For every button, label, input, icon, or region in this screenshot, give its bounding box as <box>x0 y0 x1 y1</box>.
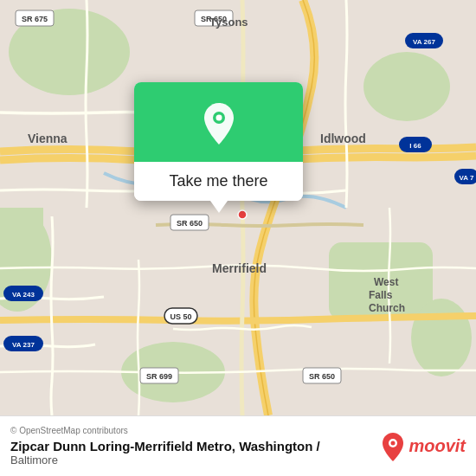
take-me-there-button[interactable]: Take me there <box>134 162 303 201</box>
svg-text:VA 7: VA 7 <box>460 174 474 182</box>
moovit-pin-icon <box>381 432 405 461</box>
svg-text:US 50: US 50 <box>170 312 191 321</box>
popup-green-header <box>134 82 303 162</box>
location-name: Zipcar Dunn Loring-Merrifield Metro, Was… <box>10 439 320 453</box>
svg-text:SR 699: SR 699 <box>146 372 172 381</box>
svg-point-39 <box>215 115 222 121</box>
location-pin-icon <box>200 101 238 146</box>
map-container: SR 675 SR 650 VA 267 I 66 VA 7 SR 650 VA… <box>0 0 476 415</box>
svg-point-41 <box>391 441 396 445</box>
svg-point-6 <box>411 299 472 376</box>
svg-text:SR 675: SR 675 <box>22 15 48 23</box>
svg-text:SR 650: SR 650 <box>177 219 203 228</box>
svg-text:VA 267: VA 267 <box>413 38 435 46</box>
svg-text:Idlwood: Idlwood <box>320 132 366 145</box>
svg-text:I 66: I 66 <box>409 142 421 150</box>
bottom-bar: © OpenStreetMap contributors Zipcar Dunn… <box>0 415 476 476</box>
svg-text:Church: Church <box>369 302 405 314</box>
moovit-logo: moovit <box>381 432 466 461</box>
svg-text:SR 650: SR 650 <box>309 372 335 381</box>
svg-point-2 <box>363 52 450 121</box>
location-city: Baltimore <box>10 453 320 466</box>
popup-tail <box>210 201 228 213</box>
svg-text:West: West <box>374 276 398 288</box>
svg-text:VA 243: VA 243 <box>12 291 35 299</box>
svg-text:Merrifield: Merrifield <box>212 261 267 275</box>
location-info: © OpenStreetMap contributors Zipcar Dunn… <box>10 426 320 466</box>
svg-point-37 <box>238 210 247 219</box>
svg-text:Tysons: Tysons <box>209 16 248 29</box>
svg-text:Falls: Falls <box>369 289 393 301</box>
location-popup[interactable]: Take me there <box>134 82 303 201</box>
svg-text:Vienna: Vienna <box>28 132 68 145</box>
svg-text:VA 237: VA 237 <box>12 341 35 349</box>
attribution-text: © OpenStreetMap contributors <box>10 426 320 435</box>
moovit-brand-text: moovit <box>408 436 466 456</box>
